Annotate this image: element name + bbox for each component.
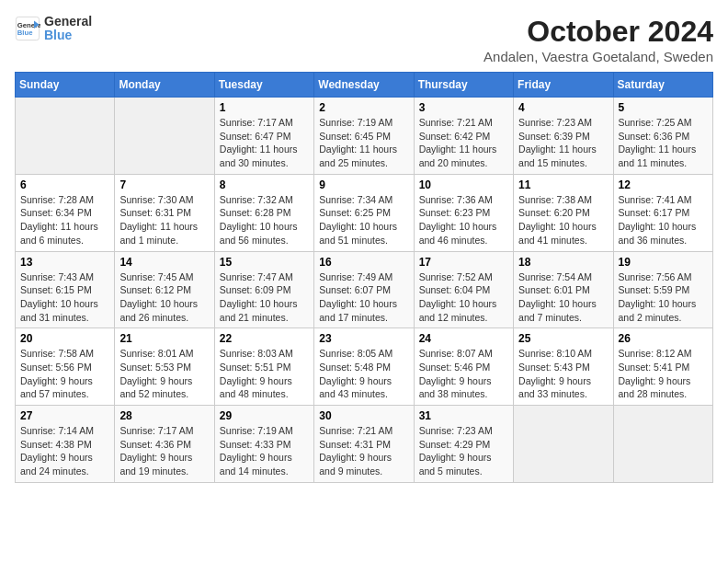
calendar-cell: 30Sunrise: 7:21 AM Sunset: 4:31 PM Dayli… <box>314 406 414 483</box>
calendar-cell: 26Sunrise: 8:12 AM Sunset: 5:41 PM Dayli… <box>613 328 712 406</box>
day-number: 18 <box>518 256 608 269</box>
calendar-cell: 31Sunrise: 7:23 AM Sunset: 4:29 PM Dayli… <box>414 406 513 483</box>
calendar-cell: 4Sunrise: 7:23 AM Sunset: 6:39 PM Daylig… <box>514 98 613 175</box>
day-info: Sunrise: 7:56 AM Sunset: 5:59 PM Dayligh… <box>619 270 708 325</box>
day-number: 13 <box>20 256 109 269</box>
day-info: Sunrise: 7:45 AM Sunset: 6:12 PM Dayligh… <box>119 270 209 325</box>
calendar-cell: 7Sunrise: 7:30 AM Sunset: 6:31 PM Daylig… <box>115 174 214 251</box>
day-info: Sunrise: 7:38 AM Sunset: 6:20 PM Dayligh… <box>518 193 608 247</box>
calendar-cell: 25Sunrise: 8:10 AM Sunset: 5:43 PM Dayli… <box>514 328 613 406</box>
weekday-wednesday: Wednesday <box>314 73 414 98</box>
day-number: 20 <box>20 332 109 345</box>
day-number: 17 <box>419 256 508 269</box>
day-info: Sunrise: 8:10 AM Sunset: 5:43 PM Dayligh… <box>518 347 608 401</box>
page-header: General Blue General Blue October 2024 A… <box>15 15 713 64</box>
calendar-cell: 23Sunrise: 8:05 AM Sunset: 5:48 PM Dayli… <box>314 328 414 406</box>
day-number: 27 <box>20 409 109 422</box>
calendar-cell: 14Sunrise: 7:45 AM Sunset: 6:12 PM Dayli… <box>115 251 214 328</box>
day-info: Sunrise: 8:05 AM Sunset: 5:48 PM Dayligh… <box>319 347 408 401</box>
day-number: 30 <box>319 409 408 422</box>
day-info: Sunrise: 7:47 AM Sunset: 6:09 PM Dayligh… <box>220 270 309 325</box>
day-info: Sunrise: 8:07 AM Sunset: 5:46 PM Dayligh… <box>419 347 508 401</box>
svg-text:Blue: Blue <box>17 29 33 37</box>
page-subtitle: Andalen, Vaestra Goetaland, Sweden <box>483 49 713 64</box>
weekday-monday: Monday <box>115 73 214 98</box>
day-number: 25 <box>518 332 608 345</box>
day-number: 6 <box>20 178 109 191</box>
weekday-row: SundayMondayTuesdayWednesdayThursdayFrid… <box>16 73 713 98</box>
calendar-cell <box>613 406 712 483</box>
calendar-week-0: 1Sunrise: 7:17 AM Sunset: 6:47 PM Daylig… <box>16 98 713 175</box>
calendar-cell: 24Sunrise: 8:07 AM Sunset: 5:46 PM Dayli… <box>414 328 513 406</box>
weekday-friday: Friday <box>514 73 613 98</box>
calendar-cell <box>115 98 214 175</box>
day-number: 31 <box>419 409 508 422</box>
logo-text: General Blue <box>44 15 92 43</box>
calendar-cell: 11Sunrise: 7:38 AM Sunset: 6:20 PM Dayli… <box>514 174 613 251</box>
calendar-cell: 17Sunrise: 7:52 AM Sunset: 6:04 PM Dayli… <box>414 251 513 328</box>
calendar-cell: 28Sunrise: 7:17 AM Sunset: 4:36 PM Dayli… <box>115 406 214 483</box>
day-info: Sunrise: 7:17 AM Sunset: 4:36 PM Dayligh… <box>119 424 209 478</box>
calendar-cell <box>16 98 115 175</box>
calendar-cell: 18Sunrise: 7:54 AM Sunset: 6:01 PM Dayli… <box>514 251 613 328</box>
day-number: 29 <box>220 409 309 422</box>
day-number: 3 <box>419 101 508 114</box>
calendar-cell: 2Sunrise: 7:19 AM Sunset: 6:45 PM Daylig… <box>314 98 414 175</box>
calendar-cell: 15Sunrise: 7:47 AM Sunset: 6:09 PM Dayli… <box>214 251 313 328</box>
day-info: Sunrise: 7:14 AM Sunset: 4:38 PM Dayligh… <box>20 424 109 478</box>
day-info: Sunrise: 7:17 AM Sunset: 6:47 PM Dayligh… <box>220 116 309 170</box>
day-number: 15 <box>220 256 309 269</box>
calendar-cell: 3Sunrise: 7:21 AM Sunset: 6:42 PM Daylig… <box>414 98 513 175</box>
weekday-sunday: Sunday <box>16 73 115 98</box>
day-number: 12 <box>619 178 708 191</box>
day-info: Sunrise: 7:58 AM Sunset: 5:56 PM Dayligh… <box>20 347 109 401</box>
day-info: Sunrise: 7:21 AM Sunset: 6:42 PM Dayligh… <box>419 116 508 170</box>
calendar-cell: 22Sunrise: 8:03 AM Sunset: 5:51 PM Dayli… <box>214 328 313 406</box>
weekday-saturday: Saturday <box>613 73 712 98</box>
day-info: Sunrise: 7:52 AM Sunset: 6:04 PM Dayligh… <box>419 270 508 325</box>
day-number: 2 <box>319 101 408 114</box>
day-number: 10 <box>419 178 508 191</box>
calendar-week-3: 20Sunrise: 7:58 AM Sunset: 5:56 PM Dayli… <box>16 328 713 406</box>
calendar-cell: 9Sunrise: 7:34 AM Sunset: 6:25 PM Daylig… <box>314 174 414 251</box>
logo-icon: General Blue <box>15 16 40 41</box>
calendar-cell: 21Sunrise: 8:01 AM Sunset: 5:53 PM Dayli… <box>115 328 214 406</box>
logo-line1: General <box>44 15 92 29</box>
day-number: 1 <box>220 101 309 114</box>
calendar-table: SundayMondayTuesdayWednesdayThursdayFrid… <box>15 72 713 483</box>
calendar-cell: 13Sunrise: 7:43 AM Sunset: 6:15 PM Dayli… <box>16 251 115 328</box>
day-number: 9 <box>319 178 408 191</box>
day-info: Sunrise: 7:23 AM Sunset: 6:39 PM Dayligh… <box>518 116 608 170</box>
calendar-cell: 8Sunrise: 7:32 AM Sunset: 6:28 PM Daylig… <box>214 174 313 251</box>
calendar-week-2: 13Sunrise: 7:43 AM Sunset: 6:15 PM Dayli… <box>16 251 713 328</box>
day-info: Sunrise: 7:30 AM Sunset: 6:31 PM Dayligh… <box>119 193 209 247</box>
day-info: Sunrise: 7:19 AM Sunset: 4:33 PM Dayligh… <box>220 424 309 478</box>
day-info: Sunrise: 7:19 AM Sunset: 6:45 PM Dayligh… <box>319 116 408 170</box>
calendar-cell: 6Sunrise: 7:28 AM Sunset: 6:34 PM Daylig… <box>16 174 115 251</box>
day-info: Sunrise: 7:54 AM Sunset: 6:01 PM Dayligh… <box>518 270 608 325</box>
day-number: 14 <box>119 256 209 269</box>
weekday-tuesday: Tuesday <box>214 73 313 98</box>
day-info: Sunrise: 7:49 AM Sunset: 6:07 PM Dayligh… <box>319 270 408 325</box>
day-number: 26 <box>619 332 708 345</box>
day-number: 21 <box>119 332 209 345</box>
calendar-week-1: 6Sunrise: 7:28 AM Sunset: 6:34 PM Daylig… <box>16 174 713 251</box>
day-number: 19 <box>619 256 708 269</box>
calendar-cell: 10Sunrise: 7:36 AM Sunset: 6:23 PM Dayli… <box>414 174 513 251</box>
day-info: Sunrise: 7:23 AM Sunset: 4:29 PM Dayligh… <box>419 424 508 478</box>
day-number: 22 <box>220 332 309 345</box>
day-info: Sunrise: 8:12 AM Sunset: 5:41 PM Dayligh… <box>619 347 708 401</box>
day-info: Sunrise: 7:34 AM Sunset: 6:25 PM Dayligh… <box>319 193 408 247</box>
title-block: October 2024 Andalen, Vaestra Goetaland,… <box>483 15 713 64</box>
day-info: Sunrise: 7:43 AM Sunset: 6:15 PM Dayligh… <box>20 270 109 325</box>
calendar-week-4: 27Sunrise: 7:14 AM Sunset: 4:38 PM Dayli… <box>16 406 713 483</box>
day-number: 7 <box>119 178 209 191</box>
calendar-cell: 5Sunrise: 7:25 AM Sunset: 6:36 PM Daylig… <box>613 98 712 175</box>
weekday-thursday: Thursday <box>414 73 513 98</box>
day-number: 28 <box>119 409 209 422</box>
calendar-body: 1Sunrise: 7:17 AM Sunset: 6:47 PM Daylig… <box>16 98 713 483</box>
page-title: October 2024 <box>483 15 713 49</box>
calendar-cell: 1Sunrise: 7:17 AM Sunset: 6:47 PM Daylig… <box>214 98 313 175</box>
day-number: 5 <box>619 101 708 114</box>
day-number: 23 <box>319 332 408 345</box>
